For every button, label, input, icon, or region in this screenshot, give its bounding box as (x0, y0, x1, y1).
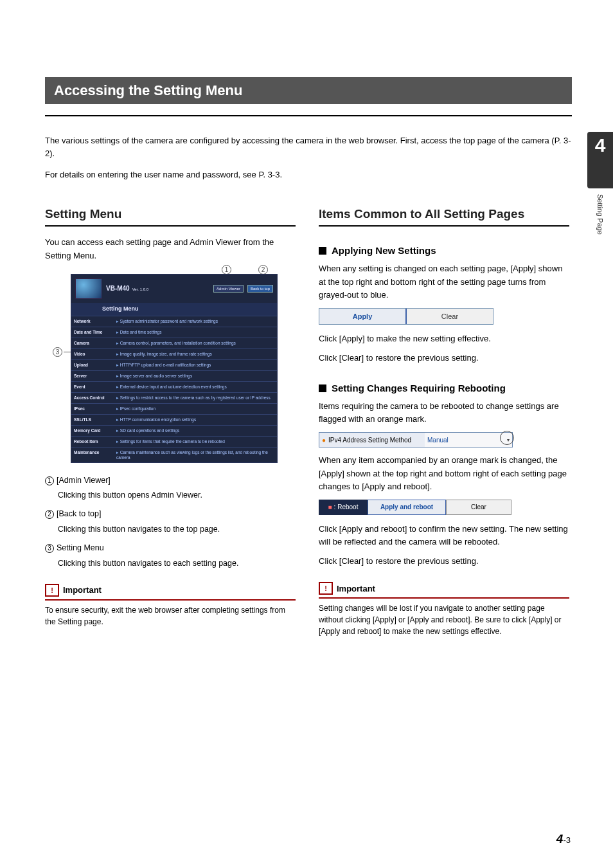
menu-row-name: Memory Card (71, 426, 114, 436)
legend-item-desc: Clicking this button navigates to each s… (58, 557, 296, 570)
menu-row[interactable]: Memory CardSD card operations and settin… (71, 425, 277, 436)
back-to-top-button[interactable]: Back to top (247, 285, 273, 293)
ipv4-setting-row: ●IPv4 Address Setting Method Manual▾ (319, 432, 513, 448)
menu-row-desc: SD card operations and settings (114, 426, 277, 436)
menu-row-desc: Date and time settings (114, 327, 277, 338)
menu-row[interactable]: Reboot ItemSettings for items that requi… (71, 436, 277, 447)
legend-item-desc: Clicking this button opens Admin Viewer. (58, 489, 296, 502)
menu-row-name: Date and Time (71, 327, 114, 338)
reboot-p2: When any item accompanied by an orange m… (319, 454, 569, 493)
intro-paragraph-1: The various settings of the camera are c… (45, 134, 572, 160)
menu-row-desc: Image quality, image size, and frame rat… (114, 349, 277, 359)
menu-row-desc: HTTP/FTP upload and e-mail notification … (114, 360, 277, 370)
page-title: Accessing the Setting Menu (45, 77, 572, 104)
important-heading: ! Important (319, 582, 569, 599)
menu-row[interactable]: Date and TimeDate and time settings (71, 327, 277, 338)
menu-row[interactable]: MaintenanceCamera maintenance such as vi… (71, 447, 277, 462)
menu-row-name: SSL/TLS (71, 415, 114, 425)
title-underline (45, 115, 572, 116)
callout-1: 1 (222, 265, 231, 275)
menu-row-name: Server (71, 371, 114, 381)
important-body: To ensure security, exit the web browser… (45, 604, 296, 628)
reboot-legend: ■: Reboot (319, 500, 368, 515)
applying-p3: Click [Clear] to restore the previous se… (319, 352, 569, 365)
apply-button[interactable]: Apply (319, 309, 407, 324)
menu-row-name: IPsec (71, 404, 114, 414)
menu-row-desc: Camera control, parameters, and installa… (114, 338, 277, 348)
square-bullet-icon (319, 247, 326, 255)
setting-menu-screenshot: VB-M40Ver. 1.0.0 Admin Viewer Back to to… (71, 274, 278, 463)
clear-button[interactable]: Clear (446, 500, 511, 515)
camera-logo-image (75, 278, 102, 299)
menu-row[interactable]: CameraCamera control, parameters, and in… (71, 338, 277, 348)
menu-row[interactable]: IPsecIPsec configuration (71, 403, 277, 414)
ipv4-label: IPv4 Address Setting Method (328, 437, 411, 444)
left-heading: Setting Menu (45, 207, 296, 222)
reboot-p1: Items requiring the camera to be reboote… (319, 400, 569, 426)
menu-row[interactable]: EventExternal device input and volume de… (71, 381, 277, 392)
chapter-tab-label: Setting Page (596, 194, 604, 235)
apply-and-reboot-button[interactable]: Apply and reboot (368, 500, 446, 515)
callout-3: 3 (53, 347, 62, 357)
left-lead: You can access each setting page and Adm… (45, 236, 296, 262)
menu-row-desc: External device input and volume detecti… (114, 382, 277, 392)
important-icon: ! (45, 584, 59, 597)
important-icon: ! (319, 582, 333, 595)
admin-viewer-button[interactable]: Admin Viewer (213, 285, 244, 293)
menu-row-desc: Settings to restrict access to the camer… (114, 393, 277, 403)
menu-row-desc: Camera maintenance such as viewing logs … (114, 448, 277, 462)
menu-row-name: Event (71, 382, 114, 392)
menu-row-name: Reboot Item (71, 437, 114, 447)
subsection-reboot: Setting Changes Requiring Rebooting (319, 383, 569, 393)
reboot-p3: Click [Apply and reboot] to confirm the … (319, 523, 569, 548)
menu-row-desc: Settings for items that require the came… (114, 437, 277, 447)
clear-button[interactable]: Clear (407, 309, 493, 324)
legend-item: 3Setting Menu (45, 542, 296, 554)
menu-row[interactable]: Access ControlSettings to restrict acces… (71, 392, 277, 403)
menu-row-desc: System administrator password and networ… (114, 316, 277, 327)
menu-row[interactable]: NetworkSystem administrator password and… (71, 316, 277, 327)
menu-row[interactable]: SSL/TLSHTTP communication encryption set… (71, 414, 277, 425)
reboot-button-row: ■: Reboot Apply and reboot Clear (319, 500, 511, 515)
legend-item: 2[Back to top] (45, 508, 296, 520)
menu-row-name: Video (71, 349, 114, 359)
orange-mark-icon: ● (322, 437, 326, 444)
menu-row-desc: Image server and audio server settings (114, 371, 277, 381)
product-name: VB-M40Ver. 1.0.0 (106, 285, 209, 292)
menu-row[interactable]: ServerImage server and audio server sett… (71, 370, 277, 381)
apply-clear-row: Apply Clear (319, 308, 493, 325)
menu-row-desc: IPsec configuration (114, 404, 277, 414)
right-heading: Items Common to All Setting Pages (319, 207, 569, 222)
square-bullet-icon (319, 384, 326, 392)
menu-row-name: Access Control (71, 393, 114, 403)
menu-row-name: Network (71, 316, 114, 327)
menu-heading: Setting Menu (71, 303, 277, 316)
applying-p1: When any setting is changed on each sett… (319, 262, 569, 301)
divider (45, 225, 296, 227)
callout-2: 2 (258, 265, 268, 275)
menu-row-desc: HTTP communication encryption settings (114, 415, 277, 425)
menu-row-name: Maintenance (71, 448, 114, 462)
applying-p2: Click [Apply] to make the new setting ef… (319, 332, 569, 345)
legend-item-desc: Clicking this button navigates to the to… (58, 523, 296, 536)
subsection-applying: Applying New Settings (319, 245, 569, 256)
menu-row-name: Camera (71, 338, 114, 348)
ipv4-value-dropdown[interactable]: Manual▾ (425, 433, 512, 447)
menu-row[interactable]: VideoImage quality, image size, and fram… (71, 348, 277, 359)
legend-item: 1[Admin Viewer] (45, 475, 296, 487)
menu-row[interactable]: UploadHTTP/FTP upload and e-mail notific… (71, 359, 277, 370)
important-heading: ! Important (45, 584, 296, 601)
important-body: Setting changes will be lost if you navi… (319, 602, 569, 637)
chapter-tab: 4 (587, 132, 613, 188)
divider (319, 225, 569, 227)
intro-paragraph-2: For details on entering the user name an… (45, 168, 572, 181)
menu-row-name: Upload (71, 360, 114, 370)
reboot-p4: Click [Clear] to restore the previous se… (319, 555, 569, 568)
page-number: 4-3 (556, 832, 571, 846)
